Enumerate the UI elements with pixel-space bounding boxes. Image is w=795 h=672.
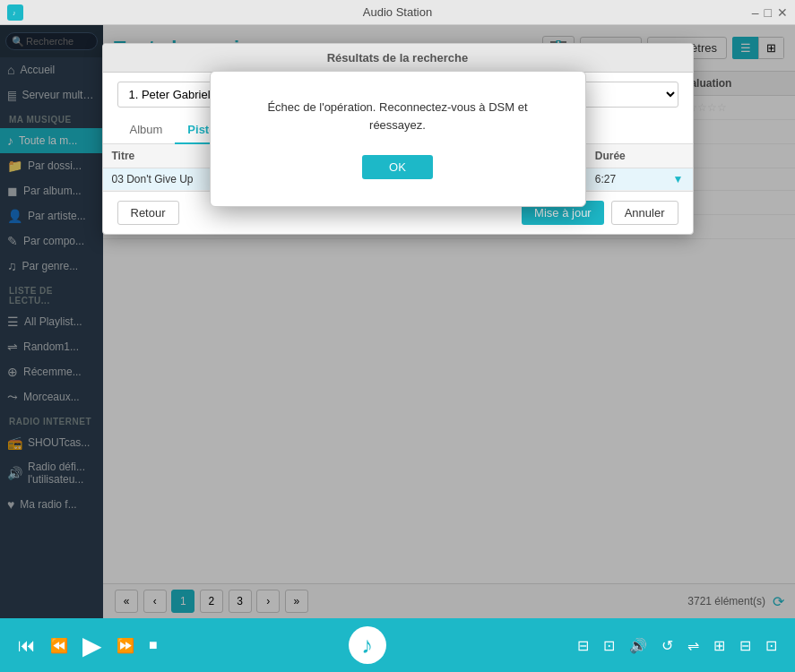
- retour-button[interactable]: Retour: [117, 201, 179, 225]
- row-dropdown-icon[interactable]: ▼: [673, 173, 684, 185]
- close-button[interactable]: ✕: [777, 5, 788, 20]
- player-shuffle-icon[interactable]: ⇌: [687, 637, 699, 654]
- music-note-large: ♪: [361, 632, 373, 659]
- player-eq-icon[interactable]: ⊞: [713, 637, 725, 654]
- error-message: Échec de l'opération. Reconnectez-vous à…: [246, 99, 549, 134]
- error-dialog: Échec de l'opération. Reconnectez-vous à…: [210, 71, 586, 207]
- mcol-duree-right[interactable]: Durée: [586, 144, 664, 168]
- forward-button[interactable]: ⏩: [117, 637, 134, 654]
- titlebar: ♪ Audio Station – □ ✕: [0, 0, 795, 25]
- player-volume-icon[interactable]: 🔊: [629, 637, 647, 654]
- player-right-controls: ⊟ ⊡ 🔊 ↺ ⇌ ⊞ ⊟ ⊡: [577, 637, 777, 654]
- player-screen-icon[interactable]: ⊡: [603, 637, 615, 654]
- maximize-button[interactable]: □: [765, 5, 772, 20]
- player-center: ♪: [158, 626, 577, 664]
- player: ⏮ ⏪ ▶ ⏩ ■ ♪ ⊟ ⊡ 🔊 ↺ ⇌ ⊞ ⊟ ⊡: [0, 618, 795, 672]
- player-controls: ⏮ ⏪ ▶ ⏩ ■: [18, 631, 158, 660]
- app-title: Audio Station: [363, 5, 432, 19]
- ok-button[interactable]: OK: [362, 155, 433, 179]
- player-mini-icon[interactable]: ⊟: [739, 637, 751, 654]
- player-repeat-icon[interactable]: ↺: [661, 637, 673, 654]
- modal-title: Résultats de la recherche: [103, 44, 693, 73]
- tab-album[interactable]: Album: [117, 116, 176, 144]
- window-controls: – □ ✕: [752, 5, 788, 20]
- player-fullscreen-icon[interactable]: ⊡: [765, 637, 777, 654]
- annuler-button[interactable]: Annuler: [611, 201, 678, 225]
- play-button[interactable]: ▶: [82, 631, 102, 660]
- prev-button[interactable]: ⏮: [18, 635, 36, 656]
- search-results-modal: Résultats de la recherche 1. Peter Gabri…: [102, 43, 694, 235]
- rewind-button[interactable]: ⏪: [50, 637, 68, 654]
- svg-text:♪: ♪: [13, 9, 16, 17]
- stop-button[interactable]: ■: [149, 637, 158, 653]
- modal-overlay: Résultats de la recherche 1. Peter Gabri…: [0, 25, 795, 618]
- player-album-art: ♪: [349, 626, 386, 664]
- player-queue-icon[interactable]: ⊟: [577, 637, 589, 654]
- minimize-button[interactable]: –: [752, 5, 759, 20]
- app-icon: ♪: [7, 4, 23, 21]
- mcol-arrow: [664, 144, 693, 168]
